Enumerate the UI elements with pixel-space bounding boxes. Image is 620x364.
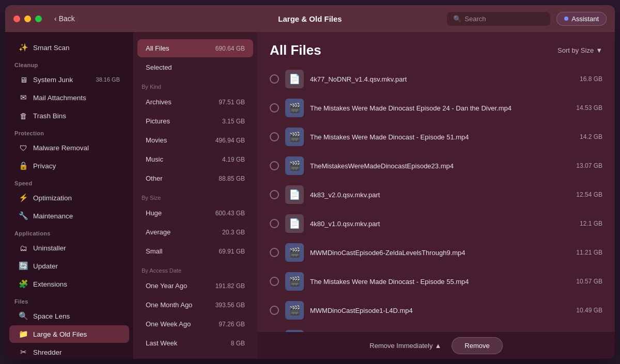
video-file-icon: 🎬: [285, 156, 304, 175]
sidebar-item-shredder[interactable]: ✂ Shredder: [9, 343, 129, 359]
file-size: 14.2 GB: [566, 133, 602, 140]
file-row[interactable]: 📄4k83_v2.0.qsv.mkv.part12.54 GB: [264, 180, 609, 209]
file-row[interactable]: 🎬The Mistakes Were Made Dinocast - Episo…: [264, 267, 609, 296]
sort-label: Sort by Size: [557, 46, 594, 54]
file-name: 4k83_v2.0.qsv.mkv.part: [310, 191, 560, 199]
window-title: Large & Old Files: [278, 14, 342, 23]
filter-one-year-ago[interactable]: One Year Ago 191.82 GB: [137, 277, 253, 295]
filter-other[interactable]: Other 88.85 GB: [137, 169, 253, 187]
filter-huge[interactable]: Huge 600.43 GB: [137, 204, 253, 222]
one-year-ago-label: One Year Ago: [146, 282, 187, 290]
one-month-ago-size: 393.56 GB: [215, 302, 245, 309]
average-size: 20.3 GB: [222, 229, 245, 236]
file-row[interactable]: 📄4k80_v1.0.qsv.mkv.part12.1 GB: [264, 209, 609, 238]
file-name: MWMDinoCastEpisode6-ZeldaLevelsThrough9.…: [310, 249, 560, 257]
app-window: ‹ Back Large & Old Files 🔍 Assistant ✨ S…: [5, 5, 615, 359]
mail-icon: ✉: [19, 93, 28, 102]
sidebar-item-optimization[interactable]: ⚡ Optimization: [9, 189, 129, 207]
sidebar-section-applications: Applications: [5, 225, 133, 239]
one-month-ago-label: One Month Ago: [146, 301, 192, 309]
file-select-radio[interactable]: [270, 132, 279, 141]
sidebar-maintenance-label: Maintenance: [33, 212, 73, 220]
file-select-radio[interactable]: [270, 161, 279, 170]
search-icon: 🔍: [453, 15, 461, 23]
sidebar-item-space-lens[interactable]: 🔍 Space Lens: [9, 307, 129, 325]
sidebar-item-privacy[interactable]: 🔒 Privacy: [9, 157, 129, 175]
filter-music[interactable]: Music 4.19 GB: [137, 150, 253, 168]
sidebar-large-old-files-label: Large & Old Files: [33, 330, 87, 338]
sidebar-item-system-junk[interactable]: 🖥 System Junk 38.16 GB: [9, 71, 129, 88]
sidebar-item-uninstaller[interactable]: 🗂 Uninstaller: [9, 239, 129, 257]
sidebar-item-large-old-files[interactable]: 📁 Large & Old Files: [9, 325, 129, 343]
file-row[interactable]: 🎬TheMistakesWereMadeDinocastEpisode23.mp…: [264, 151, 609, 180]
other-label: Other: [146, 175, 163, 182]
filter-last-week[interactable]: Last Week 8 GB: [137, 334, 253, 352]
music-label: Music: [146, 155, 163, 163]
remove-immediately-button[interactable]: Remove Immediately ▲: [369, 342, 441, 350]
sidebar-item-extensions[interactable]: 🧩 Extensions: [9, 275, 129, 293]
filter-pictures[interactable]: Pictures 3.15 GB: [137, 112, 253, 130]
filter-small[interactable]: Small 69.91 GB: [137, 242, 253, 260]
file-select-radio[interactable]: [270, 248, 279, 257]
average-label: Average: [146, 228, 171, 236]
filter-movies[interactable]: Movies 496.94 GB: [137, 131, 253, 149]
assistant-button[interactable]: Assistant: [556, 12, 607, 26]
remove-button[interactable]: Remove: [452, 337, 502, 354]
file-name: TheMistakesWereMadeDinocastEpisode23.mp4: [310, 162, 560, 170]
sidebar-malware-label: Malware Removal: [33, 144, 89, 152]
sort-chevron-icon: ▼: [596, 46, 602, 54]
video-file-icon: 🎬: [285, 99, 304, 117]
file-select-radio[interactable]: [270, 306, 279, 315]
maintenance-icon: 🔧: [19, 211, 28, 220]
file-row[interactable]: 🎬MWMDinoCastEpisode1-L4D.mp410.49 GB: [264, 296, 609, 325]
filter-selected[interactable]: Selected: [137, 58, 253, 76]
sidebar: ✨ Smart Scan Cleanup 🖥 System Junk 38.16…: [5, 32, 133, 359]
file-row[interactable]: 🎬MWMDinoCastEpisode6-ZeldaLevelsThrough9…: [264, 238, 609, 267]
content-panel: All Files Sort by Size ▼ 📄4k77_NoDNR_v1.…: [257, 32, 615, 359]
extensions-icon: 🧩: [19, 279, 28, 289]
updater-icon: 🔄: [19, 261, 28, 271]
sidebar-item-malware-removal[interactable]: 🛡 Malware Removal: [9, 139, 129, 156]
file-select-radio[interactable]: [270, 74, 279, 84]
sort-button[interactable]: Sort by Size ▼: [557, 46, 602, 54]
file-size: 13.07 GB: [566, 162, 602, 169]
movies-size: 496.94 GB: [215, 137, 245, 144]
search-input[interactable]: [464, 15, 544, 23]
file-select-radio[interactable]: [270, 219, 279, 228]
filter-average[interactable]: Average 20.3 GB: [137, 223, 253, 241]
all-files-label: All Files: [146, 44, 169, 52]
file-select-radio[interactable]: [270, 103, 279, 113]
sidebar-item-smart-scan[interactable]: ✨ Smart Scan: [9, 39, 129, 56]
filter-one-week-ago[interactable]: One Week Ago 97.26 GB: [137, 315, 253, 333]
filter-archives[interactable]: Archives 97.51 GB: [137, 93, 253, 111]
back-button[interactable]: ‹ Back: [50, 12, 79, 25]
close-button[interactable]: [13, 15, 20, 22]
huge-label: Huge: [146, 209, 162, 217]
sidebar-item-updater[interactable]: 🔄 Updater: [9, 257, 129, 275]
sidebar-item-maintenance[interactable]: 🔧 Maintenance: [9, 207, 129, 225]
file-name: MWMDinoCastEpisode1-L4D.mp4: [310, 307, 560, 314]
filter-all-files[interactable]: All Files 690.64 GB: [137, 39, 253, 57]
file-row[interactable]: 🎬The Mistakes Were Made Dinocast - Episo…: [264, 122, 609, 151]
sidebar-section-files: Files: [5, 293, 133, 307]
video-file-icon: 🎬: [285, 128, 304, 146]
sidebar-system-junk-label: System Junk: [33, 76, 73, 84]
minimize-button[interactable]: [24, 15, 31, 22]
sidebar-item-mail-attachments[interactable]: ✉ Mail Attachments: [9, 89, 129, 106]
search-bar[interactable]: 🔍: [447, 12, 550, 26]
file-row[interactable]: 🎬The Mistakes Were Made Dinocast Episode…: [264, 93, 609, 122]
sidebar-mail-label: Mail Attachments: [33, 94, 86, 102]
chevron-left-icon: ‹: [54, 14, 57, 23]
titlebar: ‹ Back Large & Old Files 🔍 Assistant: [5, 5, 615, 32]
sidebar-item-trash-bins[interactable]: 🗑 Trash Bins: [9, 107, 129, 124]
file-select-radio[interactable]: [270, 190, 279, 199]
huge-size: 600.43 GB: [215, 210, 245, 217]
pictures-label: Pictures: [146, 117, 170, 125]
filter-one-month-ago[interactable]: One Month Ago 393.56 GB: [137, 296, 253, 314]
maximize-button[interactable]: [35, 15, 42, 22]
file-row[interactable]: 🎬The Mistakes Were Made Dinocast - Episo…: [264, 325, 609, 332]
file-select-radio[interactable]: [270, 277, 279, 286]
content-title: All Files: [270, 42, 321, 58]
back-label: Back: [59, 14, 75, 23]
file-row[interactable]: 📄4k77_NoDNR_v1.4.qsv.mkv.part16.8 GB: [264, 65, 609, 93]
